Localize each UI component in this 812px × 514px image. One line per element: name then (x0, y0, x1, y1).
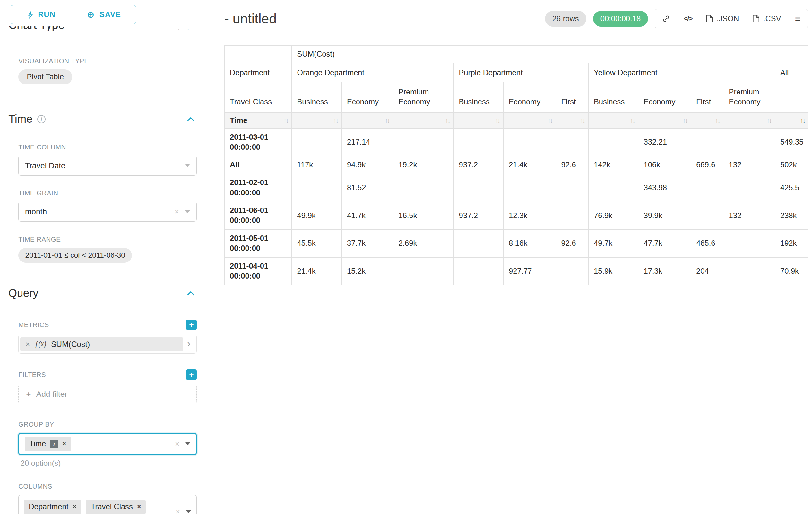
export-button-group: </> .JSON .CSV ≡ (655, 9, 808, 29)
pivot-cell (393, 174, 453, 202)
pivot-sort-header[interactable]: ↑↓ (292, 113, 342, 129)
pivot-cell (292, 129, 342, 157)
pivot-sort-header[interactable]: ↑↓ (638, 113, 691, 129)
group-by-select[interactable]: Time i × × (18, 433, 196, 455)
pivot-row: 2011-04-01 00:00:0021.4k15.2k927.7715.9k… (224, 257, 809, 285)
close-icon[interactable]: × (62, 440, 66, 447)
copy-link-button[interactable] (655, 9, 677, 29)
pivot-sort-header[interactable]: ↑↓ (393, 113, 453, 129)
metric-tag[interactable]: × ƒ(x) SUM(Cost) (20, 337, 183, 352)
group-by-tag[interactable]: Time i × (25, 437, 71, 451)
row-count-badge: 26 rows (545, 11, 586, 27)
close-icon[interactable]: × (72, 504, 77, 510)
pivot-group-header: Yellow Department (588, 63, 775, 82)
pivot-class-header: Business (454, 82, 503, 113)
filters-header: FILTERS + (18, 370, 196, 380)
pivot-class-header: First (556, 82, 588, 113)
save-label: SAVE (99, 10, 121, 19)
caret-down-icon (186, 511, 191, 513)
sort-icon[interactable]: ↑↓ (580, 116, 584, 125)
close-icon[interactable]: × (137, 504, 141, 510)
pivot-cell (723, 174, 775, 202)
pivot-sort-header[interactable]: ↑↓ (723, 113, 775, 129)
bolt-icon (28, 11, 33, 19)
pivot-cell (556, 257, 588, 285)
pivot-cell: 927.77 (503, 257, 556, 285)
pivot-cell: 204 (691, 257, 723, 285)
pivot-time-header[interactable]: Time↑↓ (224, 113, 291, 129)
sort-icon[interactable]: ↑↓ (682, 116, 687, 125)
pivot-sort-header[interactable]: ↑↓ (775, 113, 809, 129)
pivot-sort-header[interactable]: ↑↓ (503, 113, 556, 129)
clear-icon[interactable]: × (175, 208, 179, 216)
pivot-sort-header[interactable]: ↑↓ (691, 113, 723, 129)
query-section-header[interactable]: Query (8, 287, 199, 299)
column-tag[interactable]: Travel Class × (86, 499, 146, 514)
chevron-up-icon[interactable] (187, 291, 195, 296)
sort-icon[interactable]: ↑↓ (495, 116, 499, 125)
pivot-cell: 39.9k (638, 202, 691, 230)
sort-icon[interactable]: ↑↓ (630, 116, 635, 125)
pivot-cell: 12.3k (503, 202, 556, 230)
drag-handle-dots (177, 26, 192, 34)
clear-icon[interactable]: × (176, 508, 180, 514)
add-filter-button[interactable]: + Add filter (18, 385, 196, 404)
pivot-cell: 343.98 (638, 174, 691, 202)
pivot-sort-header[interactable]: ↑↓ (454, 113, 503, 129)
pivot-cell: 192k (775, 230, 809, 258)
close-icon[interactable]: × (26, 341, 30, 348)
pivot-cell (691, 174, 723, 202)
time-section-title: Time (8, 113, 32, 125)
export-csv-button[interactable]: .CSV (746, 9, 788, 29)
add-metric-button[interactable]: + (186, 320, 197, 330)
pivot-cell (588, 174, 638, 202)
time-range-control: TIME RANGE 2011-01-01 ≤ col < 2011-06-30 (18, 236, 196, 263)
select-value: Travel Date (25, 161, 185, 170)
menu-button[interactable]: ≡ (788, 9, 808, 29)
sort-icon[interactable]: ↑↓ (283, 116, 288, 125)
export-json-button[interactable]: .JSON (699, 9, 746, 29)
sort-icon[interactable]: ↑↓ (333, 116, 338, 125)
save-button[interactable]: ⊕ SAVE (72, 5, 136, 24)
query-timer-badge: 00:00:00.18 (593, 11, 648, 27)
pivot-sort-header[interactable]: ↑↓ (588, 113, 638, 129)
pivot-sort-header[interactable]: ↑↓ (556, 113, 588, 129)
pivot-cell (556, 129, 588, 157)
chart-header: - untitled 26 rows 00:00:00.18 </> (224, 0, 808, 28)
time-section-header[interactable]: Time i (8, 113, 199, 125)
pivot-cell: 47.7k (638, 230, 691, 258)
sort-icon[interactable]: ↑↓ (800, 116, 805, 125)
sort-icon[interactable]: ↑↓ (715, 116, 720, 125)
tag-label: Travel Class (91, 503, 133, 511)
time-column-select[interactable]: Travel Date (18, 156, 196, 176)
view-query-button[interactable]: </> (676, 9, 700, 29)
pivot-sort-header[interactable]: ↑↓ (342, 113, 393, 129)
chevron-right-icon[interactable]: › (183, 339, 195, 350)
time-grain-select[interactable]: month × (18, 202, 196, 222)
time-range-pill[interactable]: 2011-01-01 ≤ col < 2011-06-30 (18, 248, 132, 263)
chart-header-actions: 26 rows 00:00:00.18 </> (545, 9, 808, 29)
columns-select[interactable]: Department × Travel Class × × (18, 495, 196, 514)
info-icon: i (37, 115, 46, 124)
pivot-class-header: Premium Economy (393, 82, 453, 113)
pivot-cell: 94.9k (342, 156, 393, 174)
sort-icon[interactable]: ↑↓ (385, 116, 389, 125)
sort-icon[interactable]: ↑↓ (548, 116, 552, 125)
column-tag[interactable]: Department × (24, 499, 82, 514)
metric-item[interactable]: × ƒ(x) SUM(Cost) › (18, 335, 196, 354)
pivot-cell (556, 202, 588, 230)
clear-icon[interactable]: × (175, 440, 179, 448)
pivot-table: SUM(Cost) Department Orange Department P… (224, 45, 809, 286)
pivot-cell: 15.9k (588, 257, 638, 285)
visualization-type-pill[interactable]: Pivot Table (18, 70, 72, 84)
chevron-up-icon[interactable] (187, 117, 195, 122)
pivot-class-header: Economy (638, 82, 691, 113)
pivot-cell: 132 (723, 202, 775, 230)
run-button[interactable]: RUN (10, 5, 72, 24)
add-filter-plus-button[interactable]: + (186, 370, 197, 380)
pivot-cell: 2.69k (393, 230, 453, 258)
sort-icon[interactable]: ↑↓ (445, 116, 450, 125)
pivot-cell: 8.16k (503, 230, 556, 258)
pivot-cell: 937.2 (454, 202, 503, 230)
sort-icon[interactable]: ↑↓ (766, 116, 771, 125)
